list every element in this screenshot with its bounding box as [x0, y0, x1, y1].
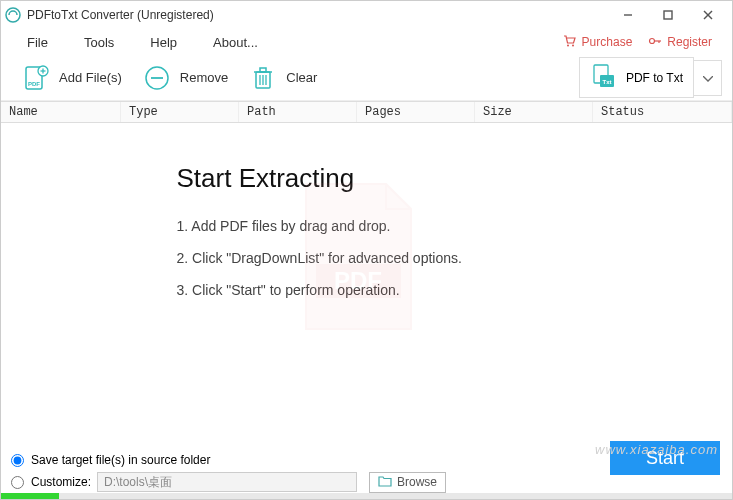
title-bar: PDFtoTxt Converter (Unregistered)	[1, 1, 732, 29]
purchase-link[interactable]: Purchase	[563, 34, 633, 51]
cart-icon	[563, 34, 577, 51]
svg-point-5	[567, 44, 569, 46]
menu-help[interactable]: Help	[132, 31, 195, 54]
svg-text:Txt: Txt	[602, 79, 611, 85]
remove-button[interactable]: Remove	[132, 59, 238, 97]
save-in-source-label: Save target file(s) in source folder	[31, 453, 210, 467]
col-size[interactable]: Size	[475, 102, 593, 122]
folder-icon	[378, 475, 392, 490]
purchase-label: Purchase	[582, 35, 633, 49]
pdf-to-txt-icon: Txt	[590, 62, 618, 93]
menu-tools[interactable]: Tools	[66, 31, 132, 54]
conversion-mode-dropdown[interactable]	[694, 60, 722, 96]
remove-icon	[142, 63, 172, 93]
trash-icon	[248, 63, 278, 93]
svg-text:PDF: PDF	[28, 81, 40, 87]
customize-label: Customize:	[31, 475, 91, 489]
conversion-mode-button[interactable]: Txt PDF to Txt	[579, 57, 694, 98]
empty-state-heading: Start Extracting	[177, 163, 557, 194]
customize-radio[interactable]: Customize:	[11, 475, 91, 489]
progress-fill	[1, 493, 59, 499]
menu-bar: File Tools Help About... Purchase Regist…	[1, 29, 732, 55]
svg-point-7	[650, 38, 655, 43]
col-type[interactable]: Type	[121, 102, 239, 122]
add-files-button[interactable]: PDF Add File(s)	[11, 59, 132, 97]
col-status[interactable]: Status	[593, 102, 732, 122]
minimize-button[interactable]	[608, 1, 648, 29]
output-path-input[interactable]	[97, 472, 357, 492]
add-files-label: Add File(s)	[59, 70, 122, 85]
file-list-area[interactable]: PDF Start Extracting 1. Add PDF files by…	[1, 123, 732, 417]
svg-rect-19	[260, 68, 266, 72]
register-label: Register	[667, 35, 712, 49]
empty-state-step1: 1. Add PDF files by drag and drop.	[177, 218, 557, 234]
col-pages[interactable]: Pages	[357, 102, 475, 122]
add-file-icon: PDF	[21, 63, 51, 93]
progress-bar	[1, 493, 732, 499]
empty-state-step2: 2. Click "DragDownList" for advanced opt…	[177, 250, 557, 266]
save-in-source-radio-input[interactable]	[11, 454, 24, 467]
menu-about[interactable]: About...	[195, 31, 276, 54]
remove-label: Remove	[180, 70, 228, 85]
window-title: PDFtoTxt Converter (Unregistered)	[27, 8, 214, 22]
clear-label: Clear	[286, 70, 317, 85]
register-link[interactable]: Register	[648, 34, 712, 51]
browse-label: Browse	[397, 475, 437, 489]
start-button[interactable]: Start	[610, 441, 720, 475]
empty-state-step3: 3. Click "Start" to perform operation.	[177, 282, 557, 298]
customize-radio-input[interactable]	[11, 476, 24, 489]
file-list-header: Name Type Path Pages Size Status	[1, 101, 732, 123]
maximize-button[interactable]	[648, 1, 688, 29]
svg-point-6	[572, 44, 574, 46]
toolbar: PDF Add File(s) Remove Clear Txt PDF to …	[1, 55, 732, 101]
col-name[interactable]: Name	[1, 102, 121, 122]
svg-rect-2	[664, 11, 672, 19]
clear-button[interactable]: Clear	[238, 59, 327, 97]
menu-file[interactable]: File	[9, 31, 66, 54]
app-icon	[5, 7, 21, 23]
svg-point-0	[6, 8, 20, 22]
chevron-down-icon	[703, 71, 713, 85]
save-in-source-radio[interactable]: Save target file(s) in source folder	[11, 453, 210, 467]
close-button[interactable]	[688, 1, 728, 29]
col-path[interactable]: Path	[239, 102, 357, 122]
key-icon	[648, 34, 662, 51]
conversion-mode-label: PDF to Txt	[626, 71, 683, 85]
browse-button[interactable]: Browse	[369, 472, 446, 493]
bottom-panel: Save target file(s) in source folder Cus…	[1, 443, 732, 493]
